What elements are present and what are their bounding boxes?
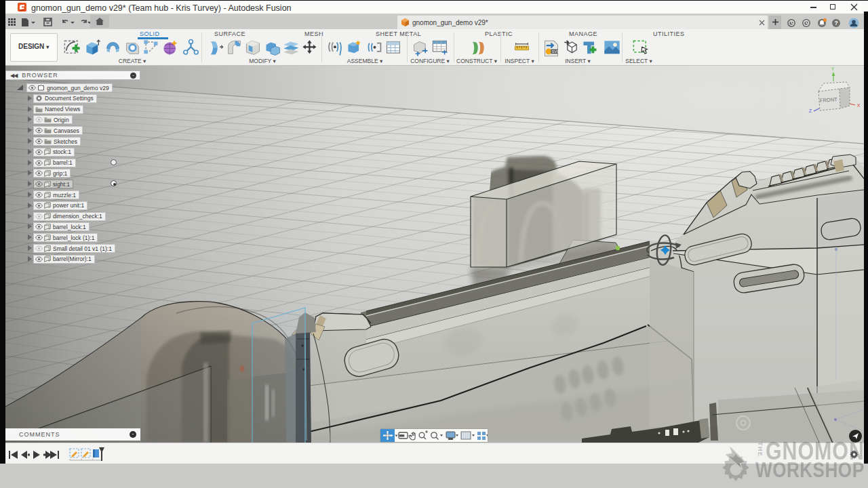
svg-text:FRONT: FRONT [820, 96, 838, 104]
svg-text:SVG: SVG [552, 49, 560, 54]
svg-text:X: X [857, 103, 861, 108]
svg-text:?: ? [834, 20, 837, 26]
svg-text:Y: Y [831, 66, 835, 71]
svg-text:Z: Z [809, 108, 812, 113]
